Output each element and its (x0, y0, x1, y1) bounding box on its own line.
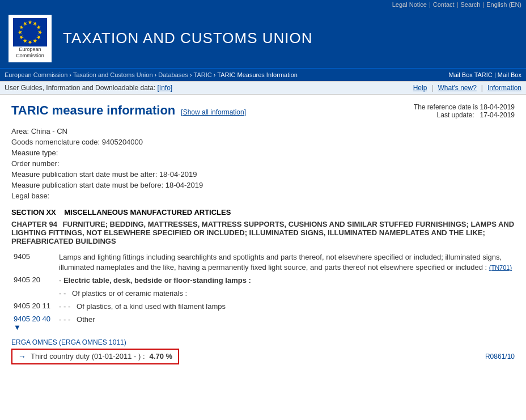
area-value: China - CN (31, 127, 67, 135)
contact-link[interactable]: Contact (433, 1, 455, 8)
show-all-link[interactable]: [Show all information] (181, 108, 246, 116)
site-header: European Commission TAXATION AND CUSTOMS… (0, 9, 526, 68)
commission-label: European Commission (16, 46, 44, 59)
top-nav: Legal Notice | Contact | Search | Englis… (0, 0, 526, 9)
breadcrumb: European Commission › Taxation and Custo… (5, 71, 298, 78)
info-link[interactable]: [Info] (158, 84, 173, 92)
table-row: 9405 20 - Electric table, desk, bedside … (11, 274, 515, 287)
logo-area: European Commission (9, 15, 52, 62)
help-link[interactable]: Help (413, 84, 427, 92)
start-date-before-label: Measure publication start date must be b… (11, 181, 163, 189)
nomen-desc-plastics: - - Of plastics or of ceramic materials … (57, 287, 515, 300)
nomen-desc-94052040: - - - Other (57, 313, 515, 333)
breadcrumb-bar: European Commission › Taxation and Custo… (0, 68, 526, 81)
duty-row-container: → Third country duty (01-01-2011 - ) : 4… (11, 349, 515, 364)
nomen-code-94052040: 9405 20 40 ▼ (11, 313, 57, 333)
legal-base-label: Legal base: (11, 192, 49, 200)
duty-label: Third country duty (01-01-2011 - ) : (31, 352, 145, 360)
language-link[interactable]: English (EN) (486, 1, 521, 8)
info-bar-left: User Guides, Information and Downloadabl… (5, 84, 172, 92)
measure-type-label: Measure type: (11, 149, 58, 157)
chapter-row: CHAPTER 94 FURNITURE; BEDDING, MATTRESSE… (11, 220, 515, 245)
table-row: - - Of plastics or of ceramic materials … (11, 287, 515, 300)
ref-date-value: 18-04-2019 (480, 103, 515, 111)
last-update-value: 17-04-2019 (480, 111, 515, 119)
start-date-after-row: Measure publication start date must be a… (11, 170, 515, 179)
start-date-before-row: Measure publication start date must be b… (11, 181, 515, 189)
goods-label: Goods nomenclature code: (11, 138, 100, 146)
mailbox-links: Mail Box TARIC | Mail Box (449, 71, 521, 78)
nomen-desc-940520: - Electric table, desk, bedside or floor… (57, 274, 515, 287)
r-link[interactable]: R0861/10 (485, 353, 515, 360)
start-date-after-value: 18-04-2019 (159, 170, 197, 179)
whats-new-link[interactable]: What's new? (438, 84, 477, 92)
area-row: Area: China - CN (11, 127, 515, 135)
chapter-label: CHAPTER 94 (11, 220, 57, 228)
top-nav-sep3: | (482, 1, 484, 8)
nomen-94052040-link[interactable]: 9405 20 40 ▼ (14, 315, 50, 332)
start-date-before-value: 18-04-2019 (166, 181, 203, 189)
chapter-description: FURNITURE; BEDDING, MATTRESSES, MATTRESS… (11, 220, 514, 245)
site-title: TAXATION AND CUSTOMS UNION (63, 29, 313, 47)
start-date-after-label: Measure publication start date must be a… (11, 170, 157, 179)
section-title: MISCELLANEOUS MANUFACTURED ARTICLES (64, 208, 231, 217)
page-title-left: TARIC measure information [Show all info… (11, 103, 246, 118)
eu-flag-icon (13, 18, 47, 46)
top-nav-sep1: | (429, 1, 431, 8)
tn701-link[interactable]: (TN701) (489, 264, 512, 271)
order-number-label: Order number: (11, 159, 60, 168)
page-title-right: The reference date is 18-04-2019 Last up… (414, 103, 515, 119)
info-bar: User Guides, Information and Downloadabl… (0, 81, 526, 95)
table-row: 9405 Lamps and lighting fittings includi… (11, 251, 515, 275)
legal-notice-link[interactable]: Legal Notice (392, 1, 427, 8)
duty-highlighted-box: → Third country duty (01-01-2011 - ) : 4… (11, 349, 179, 364)
info-fields: Area: China - CN Goods nomenclature code… (11, 127, 515, 200)
breadcrumb-ec[interactable]: European Commission (5, 71, 67, 78)
section-header: SECTION XX MISCELLANEOUS MANUFACTURED AR… (11, 208, 515, 217)
mailbox-taric-link[interactable]: Mail Box TARIC (449, 71, 493, 78)
info-sep2: | (481, 84, 483, 92)
section-label: SECTION XX (11, 208, 56, 217)
information-link[interactable]: Information (487, 84, 521, 92)
duty-arrow-icon: → (18, 352, 26, 361)
measure-type-row: Measure type: (11, 149, 515, 157)
page-title: TARIC measure information (11, 103, 175, 118)
page-title-row: TARIC measure information [Show all info… (11, 103, 515, 119)
nomen-code-940520: 9405 20 (11, 274, 57, 287)
nomen-code-9405: 9405 (11, 251, 57, 275)
breadcrumb-tcu[interactable]: Taxation and Customs Union (73, 71, 153, 78)
info-bar-label: User Guides, Information and Downloadabl… (5, 84, 155, 92)
breadcrumb-taric[interactable]: TARIC (194, 71, 212, 78)
nomen-desc-94052011: - - - Of plastics, of a kind used with f… (57, 300, 515, 313)
erga-row: ERGA OMNES (ERGA OMNES 1011) (11, 338, 515, 346)
search-link[interactable]: Search (461, 1, 481, 8)
nomen-code-94052011: 9405 20 11 (11, 300, 57, 313)
goods-row: Goods nomenclature code: 9405204000 (11, 138, 515, 146)
last-update-label: Last update: (437, 111, 474, 119)
info-sep1: | (431, 84, 433, 92)
table-row: 9405 20 11 - - - Of plastics, of a kind … (11, 300, 515, 313)
ref-date-label: The reference date is (414, 103, 478, 111)
breadcrumb-db[interactable]: Databases (158, 71, 188, 78)
table-row: 9405 20 40 ▼ - - - Other (11, 313, 515, 333)
erga-link[interactable]: ERGA OMNES (ERGA OMNES 1011) (11, 338, 126, 346)
breadcrumb-current: TARIC Measures Information (217, 71, 298, 78)
duty-percent: 4.70 % (150, 352, 172, 360)
legal-base-row: Legal base: (11, 192, 515, 200)
area-label: Area: (11, 127, 29, 135)
goods-value: 9405204000 (102, 138, 143, 146)
main-content: TARIC measure information [Show all info… (0, 95, 526, 373)
nomen-desc-9405: Lamps and lighting fittings including se… (57, 251, 515, 275)
mailbox-link[interactable]: Mail Box (498, 71, 521, 78)
info-bar-right: Help | What's new? | Information (413, 84, 521, 92)
nomenclature-table: 9405 Lamps and lighting fittings includi… (11, 251, 515, 333)
order-number-row: Order number: (11, 159, 515, 168)
top-nav-sep2: | (457, 1, 459, 8)
nomen-code-blank (11, 287, 57, 300)
